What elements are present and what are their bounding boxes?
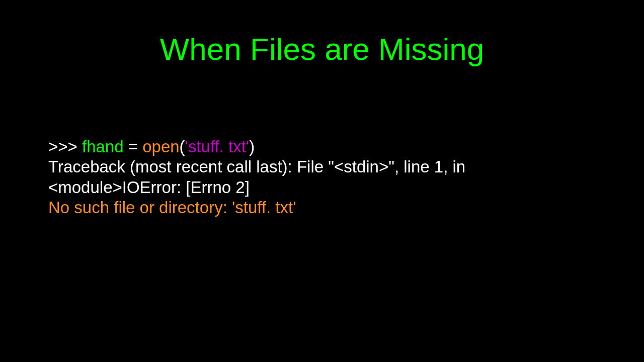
slide-body: >>> fhand = open('stuff. txt') Traceback…	[48, 137, 596, 218]
code-func: open	[142, 137, 179, 156]
code-paren-open: (	[180, 137, 185, 156]
prompt: >>>	[48, 137, 82, 156]
code-var: fhand	[82, 137, 124, 156]
traceback-line: Traceback (most recent call last): File …	[48, 157, 596, 198]
code-paren-close: )	[249, 137, 255, 156]
slide-title: When Files are Missing	[0, 31, 644, 67]
code-line: >>> fhand = open('stuff. txt')	[48, 137, 596, 157]
slide: When Files are Missing >>> fhand = open(…	[0, 0, 644, 362]
error-line: No such file or directory: 'stuff. txt'	[48, 198, 596, 218]
code-assign: =	[124, 137, 143, 156]
code-arg: 'stuff. txt'	[185, 137, 250, 156]
